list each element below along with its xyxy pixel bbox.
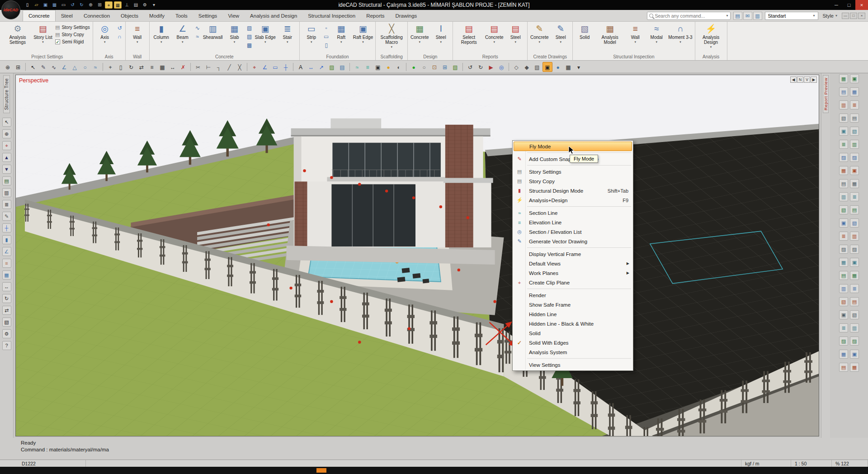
right-tool-a4-icon[interactable]: ▧ [839, 114, 848, 123]
report-preview-tab[interactable]: Report Preview [823, 75, 829, 113]
strip-foundation-button[interactable]: ▭Strip▾ [301, 23, 322, 54]
angle-icon[interactable]: ∠ [260, 62, 270, 72]
send-project-icon[interactable]: ✉ [743, 12, 752, 20]
view-nav-1[interactable]: ◀ [790, 76, 797, 83]
right-tool-a15-icon[interactable]: ▦ [839, 258, 848, 267]
menu-item-view-settings[interactable]: View Settings [514, 360, 632, 370]
zoom-extents-icon[interactable]: ⊕ [87, 1, 94, 9]
slab-button[interactable]: ▦Slab▾ [224, 23, 245, 54]
polygon-icon[interactable]: △ [70, 62, 80, 72]
new-file-icon[interactable]: ▯ [24, 1, 31, 9]
layer-off-icon[interactable]: ○ [419, 62, 429, 72]
right-tool-b9-icon[interactable]: ▦ [850, 179, 859, 188]
right-tool-b19-icon[interactable]: ▧ [850, 310, 859, 319]
right-tool-a5-icon[interactable]: ▣ [839, 127, 848, 136]
view-redo-icon[interactable]: ↻ [476, 62, 486, 72]
right-tool-a12-icon[interactable]: ▣ [839, 218, 848, 228]
view-undo-icon[interactable]: ↺ [465, 62, 475, 72]
menu-item-work-planes[interactable]: Work Planes▶ [514, 268, 632, 278]
menu-item-solid[interactable]: Solid [514, 328, 632, 338]
menu-item-generate-vector-drawing[interactable]: ✎Generate Vector Drawing [514, 237, 632, 246]
shearwall-button[interactable]: ▥Shearwall [202, 23, 224, 54]
command-search[interactable]: ▾ [647, 12, 731, 20]
viewport-3d[interactable]: Perspective ◀NV▶ Fly Mode✎Add Custom Sna… [15, 75, 819, 436]
right-tool-b22-icon[interactable]: ▣ [850, 350, 859, 359]
analysis-design-button[interactable]: ⚡Analysis Design▾ [697, 23, 726, 54]
layer-states-icon[interactable]: ▥ [753, 12, 762, 20]
design-steel-button[interactable]: ⅠSteel▾ [430, 23, 451, 54]
moment-3-3-button[interactable]: ∩Moment 3-3▾ [667, 23, 693, 54]
menu-item-default-views[interactable]: Default Views▶ [514, 259, 632, 268]
freehand-icon[interactable]: ∿ [49, 62, 59, 72]
tab-concrete[interactable]: Concrete [23, 10, 56, 21]
mirror-tool-icon[interactable]: ⇄ [2, 306, 11, 315]
grid-toggle-icon[interactable]: ▦ [114, 1, 122, 9]
beam-button[interactable]: ∠Beam▾ [172, 23, 193, 54]
right-tool-a1-icon[interactable]: ▦ [839, 74, 848, 83]
right-tool-a10-icon[interactable]: ▥ [839, 192, 848, 201]
right-tool-b23-icon[interactable]: ▦ [850, 363, 859, 372]
zoom-window-icon[interactable]: ⊞ [13, 62, 23, 72]
filter-icon[interactable]: ▥ [2, 188, 11, 197]
right-tool-a19-icon[interactable]: ▣ [839, 310, 848, 319]
menu-item-show-safe-frame[interactable]: Show Safe Frame [514, 300, 632, 309]
scaffolding-macro-button[interactable]: ╳Scaffolding Macro▾ [377, 23, 406, 54]
layers-icon[interactable]: ▤ [132, 1, 140, 9]
print-icon[interactable]: ▭ [60, 1, 67, 9]
menu-item-analysis-design[interactable]: ⚡Analysis+DesignF9 [514, 195, 632, 205]
right-tool-a21-icon[interactable]: ▨ [839, 337, 848, 346]
object-list-icon[interactable]: ≣ [2, 200, 11, 209]
story-up-icon[interactable]: ▲ [2, 153, 11, 162]
report-templates-icon[interactable]: ▤ [733, 12, 742, 20]
inspection-wall-button[interactable]: ≡Wall▾ [625, 23, 646, 54]
hatch-icon[interactable]: ▨ [327, 62, 337, 72]
raft-button[interactable]: ▦Raft▾ [331, 23, 352, 54]
right-tool-b18-icon[interactable]: ▤ [850, 297, 859, 306]
design-concrete-button[interactable]: ▦Concrete▾ [409, 23, 430, 54]
open-file-icon[interactable]: ▱ [33, 1, 40, 9]
slab-tool-icon[interactable]: ▦ [2, 270, 11, 280]
more-tools-icon[interactable]: ▾ [574, 62, 584, 72]
solid-with-edges-icon[interactable]: ▣ [542, 62, 552, 72]
dimension-tool-icon[interactable]: ↔ [2, 282, 11, 291]
single-footing-button[interactable]: ▫ [322, 24, 330, 32]
tab-connection[interactable]: Connection [78, 10, 115, 21]
right-tool-b7-icon[interactable]: ▨ [850, 153, 859, 162]
right-tool-b14-icon[interactable]: ▨ [850, 245, 859, 254]
chamfer-icon[interactable]: ╱ [224, 62, 234, 72]
tab-modify[interactable]: Modify [144, 10, 170, 21]
tab-reports[interactable]: Reports [361, 10, 390, 21]
reports-steel-button[interactable]: ▤Steel▾ [505, 23, 526, 54]
menu-item-analysis-system[interactable]: Analysis System [514, 347, 632, 357]
axis-tool-icon[interactable]: ┼ [2, 223, 11, 232]
story-copy-button[interactable]: ▤Story Copy [54, 31, 91, 38]
zoom-extents-icon[interactable]: ⊕ [3, 62, 13, 72]
select-arrow-icon[interactable]: ↖ [2, 118, 11, 127]
redo-icon[interactable]: ↻ [78, 1, 85, 9]
right-tool-a13-icon[interactable]: ≣ [839, 232, 848, 241]
view-nav-2[interactable]: N [797, 76, 803, 83]
coordinates-icon[interactable]: ┼ [281, 62, 291, 72]
slab-edge-button[interactable]: ▣Slab Edge▾ [254, 23, 277, 54]
beam-tool-icon[interactable]: ∠ [2, 247, 11, 256]
menu-item-section-elevation-list[interactable]: ◎Section / Elevation List [514, 227, 632, 237]
ortho-toggle-icon[interactable]: ⊥ [123, 1, 131, 9]
search-input[interactable] [655, 13, 725, 19]
standart-dropdown[interactable]: Standart▾ [765, 12, 818, 20]
arc-axis-button[interactable]: ∩ [116, 33, 124, 41]
save-icon[interactable]: ▣ [42, 1, 49, 9]
right-tool-a14-icon[interactable]: ▨ [839, 245, 848, 254]
image-icon[interactable]: ▧ [450, 62, 460, 72]
view-nav-4[interactable]: ▶ [811, 76, 817, 83]
measure-tool-icon[interactable]: ⌖ [2, 141, 11, 150]
drawings-concrete-button[interactable]: ✎Concrete▾ [529, 23, 550, 54]
text-icon[interactable]: A [296, 62, 306, 72]
xref-icon[interactable]: ⊞ [440, 62, 450, 72]
close-button[interactable]: × [855, 0, 868, 10]
select-pointer-icon[interactable]: ↖ [28, 62, 38, 72]
circular-axis-button[interactable]: ↺ [116, 24, 124, 32]
tab-drawings[interactable]: Drawings [390, 10, 422, 21]
wall-tool-icon[interactable]: ≡ [2, 259, 11, 268]
offset-icon[interactable]: ≡ [147, 62, 157, 72]
tab-steel[interactable]: Steel [56, 10, 78, 21]
